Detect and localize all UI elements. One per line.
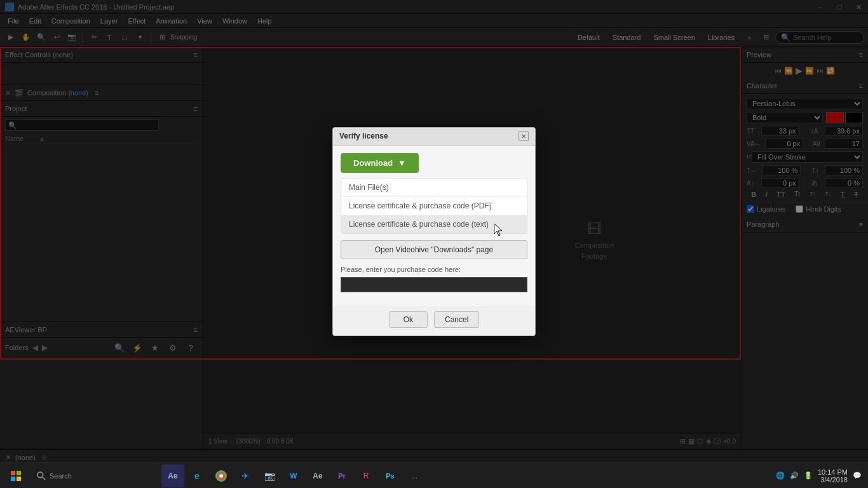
taskbar-app-chrome[interactable]	[210, 464, 233, 487]
taskbar: Search Ae e ✈ 📷 W Ae Pr R	[0, 463, 868, 488]
start-button[interactable]	[0, 463, 32, 488]
taskbar-app-more[interactable]: ...	[403, 464, 426, 487]
dropdown-item-text[interactable]: License certificate & purchase code (tex…	[341, 215, 527, 233]
taskbar-app-edge[interactable]: e	[186, 464, 208, 487]
taskbar-app-red[interactable]: R	[355, 464, 377, 487]
svg-rect-1	[17, 471, 21, 475]
modal-close-btn[interactable]: ✕	[519, 131, 529, 141]
taskbar-sound-icon[interactable]: 🔊	[790, 471, 799, 480]
dropdown-item-pdf[interactable]: License certificate & purchase code (PDF…	[341, 197, 527, 215]
purchase-code-input[interactable]	[341, 277, 527, 292]
download-dropdown: Main File(s) License certificate & purch…	[341, 178, 527, 234]
download-button[interactable]: Download ▼	[341, 153, 419, 173]
taskbar-app-premier[interactable]: Pr	[330, 464, 353, 487]
taskbar-app-ae[interactable]: Ae	[161, 464, 184, 487]
notification-icon[interactable]: 💬	[853, 471, 862, 480]
taskbar-app-photoshop[interactable]: Ps	[379, 464, 402, 487]
cancel-button[interactable]: Cancel	[434, 311, 479, 328]
taskbar-battery-icon[interactable]: 🔋	[804, 471, 813, 480]
modal-title: Verify license	[339, 132, 388, 140]
svg-line-5	[43, 477, 45, 479]
svg-rect-3	[17, 477, 21, 481]
open-videohive-btn[interactable]: Open Videohive "Downloads" page	[341, 240, 527, 259]
modal-title-bar: Verify license ✕	[333, 128, 535, 146]
taskbar-right: 🌐 🔊 🔋 10:14 PM 3/4/2018 💬	[776, 468, 868, 484]
svg-point-4	[37, 471, 43, 477]
purchase-code-label: Please, enter you purchase code here:	[341, 266, 527, 273]
dropdown-item-main[interactable]: Main File(s)	[341, 179, 527, 197]
taskbar-network-icon[interactable]: 🌐	[776, 471, 785, 480]
taskbar-clock[interactable]: 10:14 PM 3/4/2018	[818, 468, 848, 484]
verify-license-dialog: Verify license ✕ Download ▼ Main File(s)…	[332, 127, 536, 336]
taskbar-app-greenshot[interactable]: 📷	[258, 464, 281, 487]
svg-rect-2	[11, 477, 15, 481]
taskbar-search[interactable]: Search	[32, 464, 159, 487]
taskbar-app-telegram[interactable]: ✈	[234, 464, 257, 487]
modal-footer: Ok Cancel	[333, 306, 535, 336]
taskbar-app-ae2[interactable]: Ae	[306, 464, 329, 487]
ok-button[interactable]: Ok	[389, 311, 428, 328]
taskbar-app-word[interactable]: W	[282, 464, 305, 487]
svg-rect-0	[11, 471, 15, 475]
download-arrow-icon: ▼	[398, 158, 406, 168]
modal-overlay: Verify license ✕ Download ▼ Main File(s)…	[0, 0, 868, 463]
modal-body: Download ▼ Main File(s) License certific…	[333, 146, 535, 306]
taskbar-apps: Ae e ✈ 📷 W Ae Pr R Ps	[159, 463, 428, 488]
